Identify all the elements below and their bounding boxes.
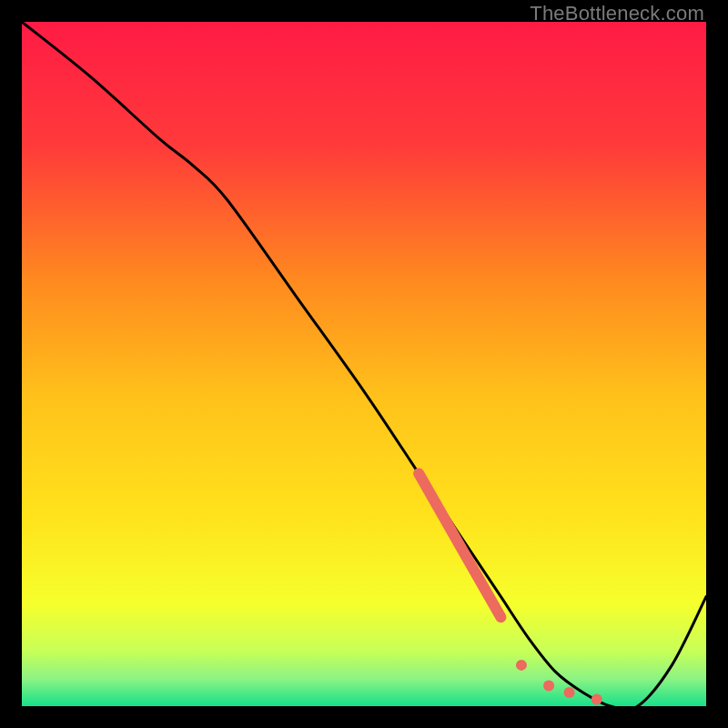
gradient-background (22, 22, 706, 706)
dot-4 (592, 693, 602, 704)
bottleneck-chart (22, 22, 706, 706)
dot-2 (543, 680, 554, 691)
dot-1 (516, 660, 527, 671)
dot-3 (564, 687, 575, 698)
chart-frame (22, 22, 706, 706)
